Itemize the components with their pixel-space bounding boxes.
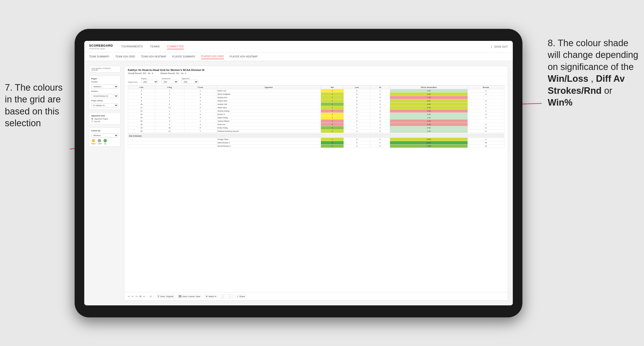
colour-by-select[interactable]: Win/loss (91, 134, 118, 138)
cell-tie: 0 (370, 93, 390, 96)
cell-opponent: Jessica Huang (216, 109, 321, 113)
cell-opponent: Sydney Kuo (216, 96, 321, 99)
redo-icon[interactable]: ↩ (132, 295, 134, 298)
share-icon-button[interactable]: ⬚ (220, 295, 226, 298)
save-icon: 💾 (179, 295, 181, 298)
view-original-button[interactable]: ☰ View: Original (156, 295, 175, 298)
cell-rounds: 10 (468, 145, 504, 148)
cell-win: 4 (321, 126, 344, 130)
nav-right: | Sign out (491, 44, 508, 49)
cell-empty (128, 138, 216, 141)
cell-tie: 0 (370, 106, 390, 109)
clock-icon[interactable]: ⊙ (150, 295, 152, 298)
gender-select[interactable]: Women's (91, 85, 118, 89)
save-custom-view-button[interactable]: 💾 Save Custom View (177, 295, 202, 298)
nav-item-committee[interactable]: COMMITTEE (167, 44, 184, 49)
dot-icon[interactable]: · (147, 295, 148, 298)
back-icon[interactable]: ↩ (143, 295, 145, 298)
cell-tie: 0 (370, 130, 390, 133)
sub-nav-team-h2h-grid[interactable]: TEAM H2H GRID (115, 54, 135, 59)
cell-empty (128, 145, 216, 148)
annotation-left: 7. The colours in the grid are based on … (5, 82, 68, 129)
undo-icon[interactable]: ↩ (128, 295, 130, 298)
player-section-label: Player (91, 78, 118, 80)
sub-nav-player-h2h-grid[interactable]: PLAYER H2H GRID (201, 54, 224, 59)
table-row: 13 1 1 Jessica Huang 0 1 0 -3.00 2 (128, 109, 504, 113)
cell-tie: 0 (370, 138, 390, 141)
cell-diff: 1.25 (390, 116, 468, 120)
cell-rounds: 4 (468, 89, 504, 93)
sub-nav-team-h2h-heatmap[interactable]: TEAM H2H HEATMAP (141, 54, 166, 59)
cell-tie: 1 (370, 89, 390, 93)
cell-rounds: 3 (468, 99, 504, 103)
cell-div: 15 (128, 116, 155, 120)
cell-win: 1 (321, 138, 344, 141)
filter-opponent-select[interactable]: (All) (182, 80, 198, 84)
grid-title: Katelyn Vo Head-to-Head Grid for Women's… (128, 69, 504, 71)
col-tie: Tie (370, 86, 390, 89)
cell-opponent: Esther Lee (216, 89, 321, 93)
sign-out-link[interactable]: Sign out (494, 44, 508, 49)
data-table: # Div # Reg # Conf Opponent Win Loss Tie… (128, 86, 504, 148)
player-section: Player Gender Women's Division NCAA Divi… (89, 75, 120, 110)
cell-diff: 0.38 (390, 113, 468, 116)
cell-opponent: NCAA Division 2 (216, 145, 321, 148)
cell-win: 1 (321, 120, 344, 123)
grid-icon[interactable]: ⊞ (140, 295, 141, 298)
col-div: # Div (128, 86, 155, 89)
cell-tie: 0 (370, 120, 390, 123)
cell-win: 15 (321, 141, 344, 145)
filter-region-select[interactable]: (All) (141, 80, 158, 84)
division-select[interactable]: NCAA Division III (91, 94, 118, 98)
cell-div: 5 (128, 93, 155, 96)
cell-opponent: Sharon Mun (216, 99, 321, 103)
redo2-icon[interactable]: ↪ (136, 295, 138, 298)
view-icon: ☰ (158, 295, 159, 298)
cell-empty (128, 141, 216, 145)
cell-loss: 1 (344, 123, 370, 126)
table-row: 9 1 4 Sharon Mun 1 0 0 3.67 3 (128, 99, 504, 103)
cell-rounds: 11 (468, 126, 504, 130)
cell-win: 2 (321, 130, 344, 133)
cell-rounds (468, 120, 504, 123)
logo: SCOREBOARD (89, 44, 113, 47)
sub-nav-team-summary[interactable]: TEAM SUMMARY (89, 54, 110, 59)
cell-win: 1 (321, 89, 344, 93)
cell-diff: 4.500 (390, 138, 468, 141)
cell-reg: 8 (155, 116, 184, 120)
sub-nav-player-summary[interactable]: PLAYER SUMMARY (172, 54, 196, 59)
table-row-foreign: Foreign Team 1 0 0 4.500 2 (128, 138, 504, 141)
filter-region: Region (All) (141, 78, 158, 84)
cell-tie: 0 (370, 123, 390, 126)
colour-circle-down (92, 139, 95, 142)
cell-tie: 0 (370, 96, 390, 99)
grid-filters: Opponents: Region (All) Conference (All) (124, 76, 508, 86)
player-rank-label: Player (Rank) (91, 100, 118, 102)
cell-tie: 0 (370, 116, 390, 120)
export-icon-button[interactable]: ⬚ (228, 295, 233, 298)
nav-item-teams[interactable]: TEAMS (150, 44, 160, 49)
cell-reg: 10 (155, 126, 184, 130)
table-row: 19 10 6 Emily Chang 4 1 0 0.30 11 (128, 126, 504, 130)
cell-reg: 1 (155, 99, 184, 103)
grid-header: Katelyn Vo Head-to-Head Grid for Women's… (124, 66, 508, 76)
watch-button[interactable]: 👁 Watch ▾ (204, 295, 218, 298)
cell-tie: 0 (370, 109, 390, 113)
cell-loss: 0 (344, 106, 370, 109)
sub-nav-player-h2h-heatmap[interactable]: PLAYER H2H HEATMAP (230, 54, 258, 59)
cell-tie: 0 (370, 126, 390, 130)
cell-tie: 0 (370, 145, 390, 148)
filter-conference-select[interactable]: (All) (161, 80, 178, 84)
cell-tie: 0 (370, 99, 390, 103)
table-row: 16 3 1 Jessica Mason 1 2 0 -0.94 (128, 120, 504, 123)
radio-top100[interactable]: Top 100 (91, 121, 118, 122)
cell-conf: 3 (184, 106, 216, 109)
cell-div: 11 (128, 106, 155, 109)
cell-diff: 7.400 (390, 145, 468, 148)
player-rank-select[interactable]: 8. Katelyn Vo (91, 103, 118, 108)
cell-rounds: 9 (468, 113, 504, 116)
nav-item-tournaments[interactable]: TOURNAMENTS (121, 44, 143, 49)
radio-opponents-played[interactable]: Opponents Played (91, 118, 118, 120)
grid-area: Katelyn Vo Head-to-Head Grid for Women's… (124, 66, 508, 301)
share-button[interactable]: ↗ Share (235, 295, 247, 298)
